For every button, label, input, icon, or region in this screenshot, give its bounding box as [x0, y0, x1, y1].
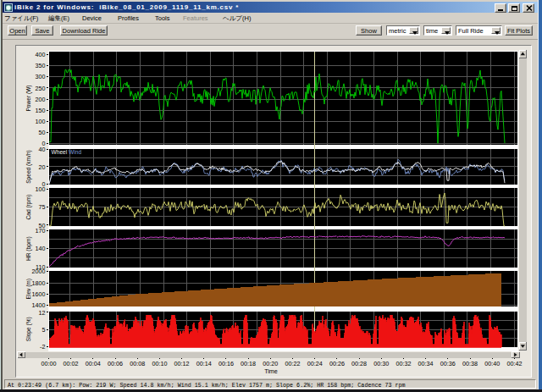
svg-text:00:28: 00:28 [351, 360, 367, 367]
svg-text:00:10: 00:10 [152, 360, 167, 367]
svg-text:00:26: 00:26 [329, 360, 345, 367]
svg-text:00:40: 00:40 [484, 360, 500, 367]
svg-text:-2: -2 [40, 343, 45, 351]
svg-text:400: 400 [36, 51, 46, 58]
svg-text:00:18: 00:18 [241, 360, 256, 367]
svg-text:1600: 1600 [32, 290, 46, 298]
svg-text:Wheel Wind: Wheel Wind [52, 149, 82, 155]
svg-text:00:00: 00:00 [41, 360, 56, 367]
svg-text:Slope (%): Slope (%) [25, 317, 32, 341]
svg-text:00:04: 00:04 [86, 360, 101, 367]
svg-text:Cad (rpm): Cad (rpm) [25, 195, 32, 220]
svg-text:300: 300 [36, 73, 46, 80]
svg-text:Speed (km/h): Speed (km/h) [25, 150, 32, 184]
svg-text:75: 75 [39, 203, 46, 211]
svg-text:00:34: 00:34 [418, 360, 434, 367]
svg-text:250: 250 [36, 85, 46, 92]
svg-text:200: 200 [36, 96, 46, 103]
svg-text:170: 170 [36, 227, 46, 235]
svg-text:150: 150 [36, 107, 46, 114]
svg-text:100: 100 [36, 118, 46, 125]
svg-text:Time: Time [264, 367, 278, 375]
svg-text:00:14: 00:14 [196, 360, 212, 367]
svg-text:00:30: 00:30 [373, 360, 389, 367]
svg-text:00:38: 00:38 [462, 360, 478, 367]
svg-text:00:22: 00:22 [285, 360, 301, 367]
svg-text:00:24: 00:24 [307, 360, 323, 367]
svg-text:00:06: 00:06 [108, 360, 123, 367]
svg-text:00:20: 00:20 [263, 360, 278, 367]
svg-text:100: 100 [36, 185, 46, 193]
svg-text:00:42: 00:42 [506, 360, 522, 367]
svg-text:1800: 1800 [32, 279, 46, 287]
svg-text:5: 5 [42, 326, 46, 334]
svg-text:20: 20 [39, 163, 46, 171]
svg-text:00:02: 00:02 [64, 360, 79, 367]
svg-text:00:32: 00:32 [395, 360, 411, 367]
svg-text:00:08: 00:08 [130, 360, 145, 367]
svg-text:00:16: 00:16 [218, 360, 234, 367]
svg-text:40: 40 [39, 146, 46, 153]
svg-text:350: 350 [36, 62, 46, 69]
svg-text:140: 140 [36, 245, 46, 252]
svg-text:HR (bpm): HR (bpm) [25, 236, 32, 261]
svg-text:Elev (m): Elev (m) [25, 279, 32, 300]
svg-text:12: 12 [39, 309, 46, 317]
svg-text:50: 50 [39, 129, 46, 136]
svg-text:2000: 2000 [32, 268, 46, 275]
svg-text:00:36: 00:36 [440, 360, 456, 367]
svg-text:Power (W): Power (W) [25, 85, 32, 111]
svg-text:00:12: 00:12 [174, 360, 190, 367]
